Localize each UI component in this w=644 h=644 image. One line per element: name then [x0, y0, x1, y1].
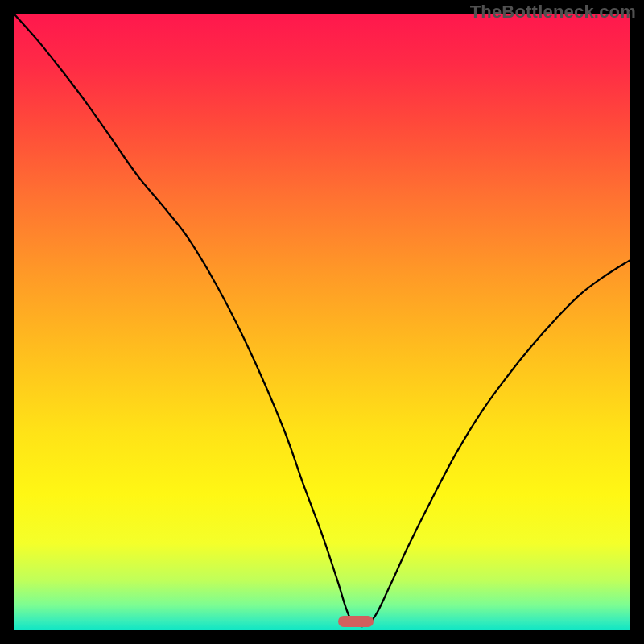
plot-area	[14, 14, 630, 630]
gradient-background	[14, 14, 630, 630]
chart-frame: TheBottleneck.com	[0, 0, 644, 644]
watermark-text: TheBottleneck.com	[470, 2, 636, 23]
plot-svg	[14, 14, 630, 630]
